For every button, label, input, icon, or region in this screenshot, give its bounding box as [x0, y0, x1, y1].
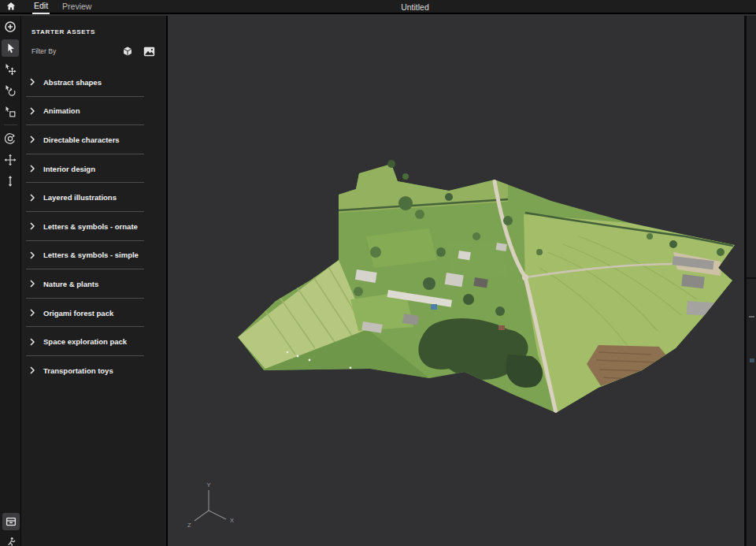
category-abstract-shapes[interactable]: Abstract shapes [21, 68, 166, 97]
document-title: Untitled [401, 0, 429, 14]
category-layered-illustrations[interactable]: Layered illustrations [21, 183, 166, 212]
3d-viewport[interactable]: Y X Z [169, 16, 744, 546]
starter-assets-panel: STARTER ASSETS Filter By [21, 16, 168, 546]
axis-x-label: X [230, 517, 234, 524]
add-asset-icon[interactable] [2, 18, 19, 35]
chevron-right-icon [30, 78, 35, 86]
move-tool-icon[interactable] [2, 61, 19, 78]
category-nature-plants[interactable]: Nature & plants [21, 269, 166, 299]
orbit-camera-icon[interactable] [2, 130, 19, 147]
category-origami-forest-pack[interactable]: Origami forest pack [21, 299, 166, 328]
image-filter-icon[interactable] [143, 46, 155, 57]
pan-camera-icon[interactable] [2, 151, 19, 169]
app-window: Edit Preview Untitled [0, 0, 756, 546]
chevron-right-icon [30, 136, 35, 143]
behaviors-icon[interactable] [2, 534, 20, 546]
scene-3d-model[interactable] [238, 160, 735, 413]
chevron-right-icon [30, 309, 35, 317]
filter-by-label: Filter By [32, 47, 122, 55]
select-tool-icon[interactable] [2, 39, 19, 57]
category-space-exploration-pack[interactable]: Space exploration pack [21, 327, 166, 356]
category-animation[interactable]: Animation [21, 97, 166, 126]
chevron-right-icon [30, 222, 35, 230]
starter-assets-toggle-icon[interactable] [2, 513, 20, 530]
category-letters-symbols-simple[interactable]: Letters & symbols - simple [21, 241, 166, 270]
tab-edit[interactable]: Edit [32, 0, 50, 14]
right-panel-strip[interactable] [744, 16, 756, 546]
toolbar-separator [4, 124, 17, 125]
category-transportation-toys[interactable]: Transportation toys [21, 356, 166, 385]
home-icon[interactable] [0, 0, 21, 13]
chevron-right-icon [30, 280, 35, 288]
right-strip-mark [749, 316, 754, 318]
dolly-camera-icon[interactable] [2, 173, 19, 190]
axis-z-label: Z [187, 522, 191, 529]
chevron-right-icon [30, 338, 35, 346]
chevron-right-icon [30, 366, 35, 374]
right-strip-mark [750, 358, 754, 362]
chevron-right-icon [30, 251, 35, 259]
axis-gizmo: Y X Z [187, 481, 234, 529]
rotate-tool-icon[interactable] [2, 82, 19, 99]
filter-row: Filter By [21, 35, 166, 61]
category-letters-symbols-ornate[interactable]: Letters & symbols - ornate [21, 212, 166, 241]
scale-tool-icon[interactable] [2, 103, 19, 121]
tab-preview[interactable]: Preview [61, 0, 93, 13]
top-bar: Edit Preview Untitled [0, 0, 756, 14]
right-strip-divider [747, 277, 756, 279]
axis-y-label: Y [206, 481, 210, 488]
tool-bar [0, 16, 21, 546]
category-interior-design[interactable]: Interior design [21, 154, 166, 184]
panel-title: STARTER ASSETS [21, 16, 166, 35]
category-list: Abstract shapes Animation Directable cha… [21, 68, 166, 385]
category-directable-characters[interactable]: Directable characters [21, 125, 166, 154]
3d-object-filter-icon[interactable] [122, 46, 133, 57]
chevron-right-icon [30, 194, 35, 202]
chevron-right-icon [30, 107, 35, 115]
chevron-right-icon [30, 165, 35, 173]
